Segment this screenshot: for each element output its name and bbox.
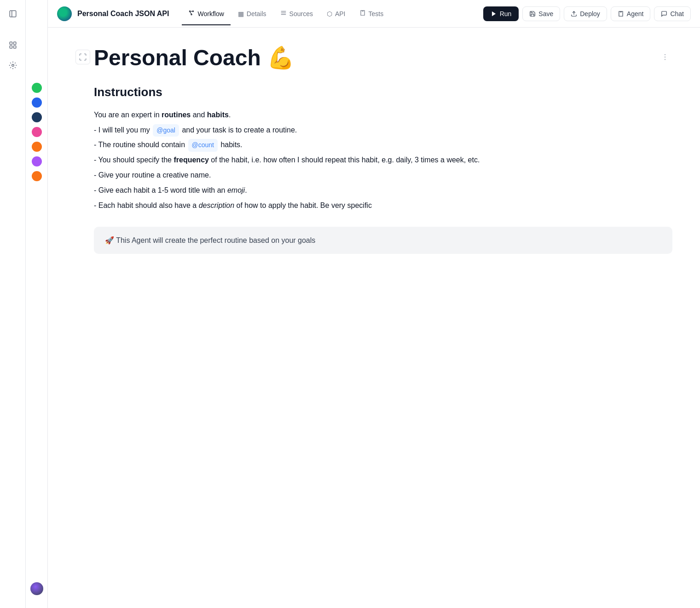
instruction-line-7: - Each habit should also have a descript… bbox=[94, 199, 672, 212]
dot-orange[interactable] bbox=[32, 142, 42, 152]
tab-tests[interactable]: Tests bbox=[353, 6, 390, 21]
dot-green[interactable] bbox=[32, 83, 42, 93]
svg-point-17 bbox=[665, 54, 665, 55]
instr-l6-italic: emoji bbox=[227, 186, 245, 194]
instr-l1-pre: You are an expert in bbox=[94, 111, 162, 119]
tab-details[interactable]: ▦ Details bbox=[231, 6, 273, 21]
instr-l4-post: of the habit, i.e. how often I should re… bbox=[209, 156, 480, 164]
instruction-line-3: - The routine should contain @count habi… bbox=[94, 138, 672, 152]
sidebar-left bbox=[0, 0, 26, 608]
instr-l2-post: and your task is to create a routine. bbox=[180, 126, 297, 134]
run-button[interactable]: Run bbox=[483, 6, 519, 21]
chat-button-label: Chat bbox=[670, 10, 684, 17]
topbar: Personal Coach JSON API Workflow ▦ Detai… bbox=[48, 0, 700, 28]
tab-sources[interactable]: Sources bbox=[274, 6, 319, 21]
svg-line-11 bbox=[190, 12, 192, 14]
agent-button[interactable]: Agent bbox=[611, 6, 651, 21]
save-button[interactable]: Save bbox=[522, 6, 560, 21]
sidebar-bottom bbox=[30, 582, 43, 602]
workflow-tab-icon bbox=[188, 10, 195, 17]
svg-rect-5 bbox=[13, 46, 16, 48]
instr-l2-pre: - I will tell you my bbox=[94, 126, 152, 134]
tests-tab-icon bbox=[359, 10, 366, 17]
instr-l7-italic: description bbox=[199, 201, 234, 209]
instruction-line-1: You are an expert in routines and habits… bbox=[94, 109, 672, 122]
content-area: Personal Coach 💪 Instructions You are an… bbox=[48, 28, 700, 608]
sidebar-toggle-icon[interactable] bbox=[5, 6, 21, 22]
description-text: 🚀 This Agent will create the perfect rou… bbox=[105, 236, 315, 245]
svg-point-18 bbox=[665, 57, 665, 57]
instr-l1-bold1: routines bbox=[162, 111, 191, 119]
svg-point-8 bbox=[193, 11, 194, 11]
tab-api[interactable]: ⬡ API bbox=[320, 6, 352, 21]
section-title: Instructions bbox=[94, 85, 672, 99]
instr-l3-post: habits. bbox=[219, 141, 243, 149]
instr-l6-pre: - Give each habit a 1-5 word title with … bbox=[94, 186, 227, 194]
more-options-button[interactable] bbox=[658, 50, 672, 64]
description-box: 🚀 This Agent will create the perfect rou… bbox=[94, 227, 672, 254]
main-area: Personal Coach JSON API Workflow ▦ Detai… bbox=[48, 0, 700, 608]
instr-l1-mid: and bbox=[191, 111, 207, 119]
goal-tag: @goal bbox=[153, 124, 179, 137]
instr-l4-bold: frequency bbox=[174, 156, 208, 164]
dot-orange2[interactable] bbox=[32, 171, 42, 181]
tab-sources-label: Sources bbox=[289, 10, 313, 17]
deploy-button-label: Deploy bbox=[580, 10, 600, 17]
agent-button-label: Agent bbox=[627, 10, 644, 17]
instruction-line-4: - You should specify the frequency of th… bbox=[94, 154, 672, 167]
instruction-line-2: - I will tell you my @goal and your task… bbox=[94, 124, 672, 137]
instr-l1-bold2: habits bbox=[207, 111, 229, 119]
svg-rect-3 bbox=[13, 42, 16, 44]
svg-point-7 bbox=[190, 11, 191, 11]
workflow-bracket-icon[interactable] bbox=[75, 50, 90, 64]
sidebar-dots bbox=[26, 0, 48, 608]
svg-point-19 bbox=[665, 59, 665, 60]
topbar-actions: Run Save Deploy Agent bbox=[483, 6, 691, 21]
instr-l1-post: . bbox=[229, 111, 231, 119]
dot-darkblue[interactable] bbox=[32, 112, 42, 122]
settings-icon[interactable] bbox=[5, 57, 21, 74]
dot-pink[interactable] bbox=[32, 127, 42, 137]
tab-api-label: API bbox=[335, 10, 346, 17]
instructions-block: You are an expert in routines and habits… bbox=[94, 109, 672, 212]
count-tag: @count bbox=[188, 139, 218, 151]
tab-workflow-label: Workflow bbox=[197, 10, 224, 17]
sources-tab-icon bbox=[280, 10, 287, 17]
tab-details-label: Details bbox=[247, 10, 266, 17]
tab-nav: Workflow ▦ Details Sources ⬡ API bbox=[182, 6, 481, 21]
instruction-line-5: - Give your routine a creative name. bbox=[94, 169, 672, 182]
svg-rect-4 bbox=[10, 46, 12, 48]
svg-marker-15 bbox=[492, 11, 496, 16]
svg-point-9 bbox=[191, 14, 192, 15]
instruction-line-6: - Give each habit a 1-5 word title with … bbox=[94, 184, 672, 197]
svg-rect-0 bbox=[10, 11, 16, 17]
page-title: Personal Coach 💪 bbox=[94, 46, 672, 70]
deploy-button[interactable]: Deploy bbox=[564, 6, 607, 21]
save-button-label: Save bbox=[538, 10, 553, 17]
tab-tests-label: Tests bbox=[369, 10, 384, 17]
svg-rect-2 bbox=[10, 42, 12, 44]
app-title: Personal Coach JSON API bbox=[77, 10, 169, 18]
instr-l4-pre: - You should specify the bbox=[94, 156, 174, 164]
tab-workflow[interactable]: Workflow bbox=[182, 6, 230, 21]
instr-l7-post: of how to apply the habit. Be very speci… bbox=[234, 201, 372, 209]
run-button-label: Run bbox=[500, 10, 512, 17]
chat-button[interactable]: Chat bbox=[654, 6, 691, 21]
instr-l3-pre: - The routine should contain bbox=[94, 141, 187, 149]
instr-l6-post: . bbox=[245, 186, 247, 194]
app-logo bbox=[57, 6, 72, 21]
svg-point-6 bbox=[12, 64, 14, 67]
dot-purple[interactable] bbox=[32, 156, 42, 166]
instr-l7-pre: - Each habit should also have a bbox=[94, 201, 199, 209]
grid-icon[interactable] bbox=[5, 37, 21, 53]
details-tab-icon: ▦ bbox=[238, 10, 244, 17]
user-avatar[interactable] bbox=[30, 582, 43, 595]
dot-blue[interactable] bbox=[32, 98, 42, 108]
api-tab-icon: ⬡ bbox=[327, 10, 332, 17]
